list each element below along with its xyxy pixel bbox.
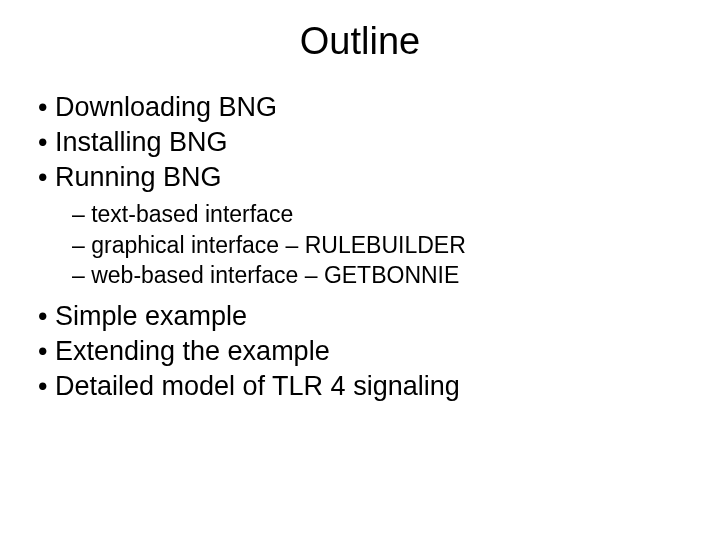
list-item: Extending the example [38, 335, 720, 370]
sub-bullet-list: text-based interface graphical interface… [38, 200, 720, 292]
list-item: Installing BNG [38, 126, 720, 161]
list-item: graphical interface – RULEBUILDER [72, 231, 720, 262]
list-item: Running BNG text-based interface graphic… [38, 161, 720, 300]
list-item: Downloading BNG [38, 91, 720, 126]
slide-body: Downloading BNG Installing BNG Running B… [0, 91, 720, 405]
list-item: text-based interface [72, 200, 720, 231]
list-item-label: Running BNG [55, 162, 222, 192]
slide: Outline Downloading BNG Installing BNG R… [0, 0, 720, 540]
slide-title: Outline [0, 0, 720, 91]
list-item: Detailed model of TLR 4 signaling [38, 370, 720, 405]
list-item: web-based interface – GETBONNIE [72, 261, 720, 292]
bullet-list: Downloading BNG Installing BNG Running B… [38, 91, 720, 405]
list-item: Simple example [38, 300, 720, 335]
